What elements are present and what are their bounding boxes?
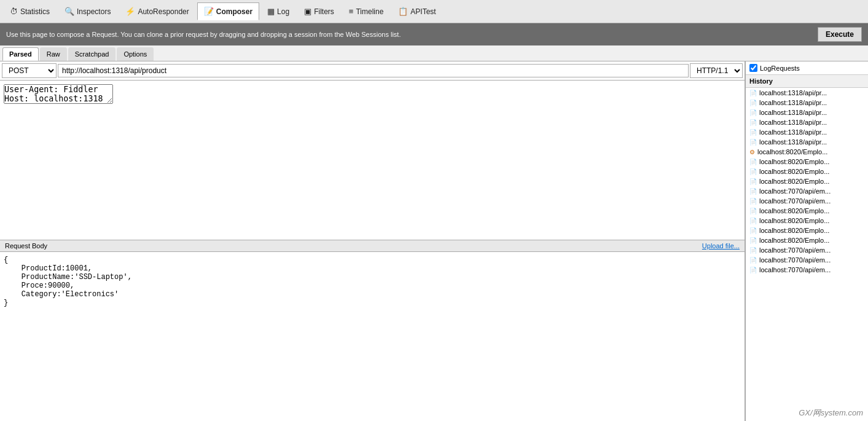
sub-tabs: ParsedRawScratchpadOptions — [0, 45, 868, 61]
inspectors-icon: 🔍 — [65, 7, 74, 16]
history-label: History — [746, 75, 868, 88]
history-item-icon: 📄 — [749, 227, 757, 234]
statistics-icon: ⏱ — [10, 7, 18, 16]
info-message: Use this page to compose a Request. You … — [6, 31, 401, 38]
history-item-icon: 📄 — [749, 100, 757, 106]
history-item-icon: 📄 — [749, 208, 757, 214]
apitest-icon: 📋 — [398, 7, 408, 16]
headers-textarea[interactable] — [4, 84, 113, 104]
nav-tab-inspectors[interactable]: 🔍Inspectors — [58, 2, 117, 20]
history-item-text: localhost:7070/api/em... — [759, 266, 831, 273]
history-item-text: localhost:1318/api/pr... — [759, 89, 827, 96]
history-item[interactable]: 📄localhost:8020/Emplo... — [746, 157, 868, 167]
history-item-text: localhost:1318/api/pr... — [759, 138, 827, 146]
nav-tab-label-autoresponder: AutoResponder — [138, 7, 189, 16]
nav-tab-label-inspectors: Inspectors — [77, 7, 111, 16]
history-item[interactable]: 📄localhost:7070/api/em... — [746, 186, 868, 196]
history-item-icon: 📄 — [749, 188, 757, 195]
history-item-icon: 📄 — [749, 237, 757, 244]
history-item-icon: 📄 — [749, 119, 757, 126]
history-item-text: localhost:1318/api/pr... — [759, 109, 827, 116]
protocol-select[interactable]: HTTP/1.1HTTP/2 — [690, 63, 743, 78]
history-item[interactable]: 📄localhost:1318/api/pr... — [746, 108, 868, 117]
history-item-icon: 📄 — [749, 168, 757, 175]
history-item[interactable]: 📄localhost:8020/Emplo... — [746, 206, 868, 216]
sub-tab-options[interactable]: Options — [117, 47, 154, 61]
composer-icon: 📝 — [204, 7, 214, 16]
history-item-text: localhost:8020/Emplo... — [759, 237, 829, 244]
history-item-text: localhost:8020/Emplo... — [759, 207, 829, 214]
history-item[interactable]: 📄localhost:7070/api/em... — [746, 196, 868, 206]
nav-tab-label-timeline: Timeline — [356, 7, 383, 16]
url-bar: GETPOSTPUTDELETEPATCHHEADOPTIONS HTTP/1.… — [0, 61, 745, 81]
history-item-text: localhost:1318/api/pr... — [759, 99, 827, 106]
history-item-icon: 📄 — [749, 257, 757, 264]
history-item-text: localhost:8020/Emplo... — [759, 158, 829, 165]
upload-file-link[interactable]: Upload file... — [702, 242, 740, 250]
sub-tab-raw[interactable]: Raw — [40, 47, 67, 61]
nav-tab-statistics[interactable]: ⏱Statistics — [3, 2, 57, 20]
history-item[interactable]: 📄localhost:8020/Emplo... — [746, 226, 868, 235]
history-item-text: localhost:7070/api/em... — [759, 256, 831, 264]
nav-tab-autoresponder[interactable]: ⚡AutoResponder — [119, 2, 195, 20]
left-panel: GETPOSTPUTDELETEPATCHHEADOPTIONS HTTP/1.… — [0, 61, 745, 421]
history-item-text: localhost:8020/Emplo... — [759, 178, 829, 185]
autoresponder-icon: ⚡ — [125, 7, 135, 16]
history-item-text: localhost:8020/Emplo... — [759, 217, 829, 224]
filters-icon: ▣ — [304, 7, 311, 16]
sub-tab-parsed[interactable]: Parsed — [2, 47, 39, 61]
history-item-icon: ⚙ — [749, 149, 755, 155]
history-item[interactable]: 📄localhost:1318/api/pr... — [746, 127, 868, 137]
history-item[interactable]: 📄localhost:1318/api/pr... — [746, 88, 868, 98]
history-item[interactable]: 📄localhost:1318/api/pr... — [746, 117, 868, 127]
log-requests-checkbox[interactable] — [749, 64, 757, 72]
nav-tab-apitest[interactable]: 📋APITest — [391, 2, 442, 20]
headers-area — [0, 81, 745, 240]
history-item-text: localhost:8020/Emplo... — [757, 148, 827, 155]
history-item[interactable]: 📄localhost:7070/api/em... — [746, 245, 868, 255]
nav-tab-label-statistics: Statistics — [20, 7, 50, 16]
nav-tab-timeline[interactable]: ≡Timeline — [342, 2, 391, 20]
history-item-icon: 📄 — [749, 218, 757, 224]
history-item[interactable]: 📄localhost:7070/api/em... — [746, 265, 868, 275]
body-textarea[interactable] — [0, 252, 745, 421]
history-item[interactable]: 📄localhost:8020/Emplo... — [746, 176, 868, 186]
history-item-icon: 📄 — [749, 178, 757, 185]
nav-tab-composer[interactable]: 📝Composer — [197, 2, 259, 20]
history-item-icon: 📄 — [749, 247, 757, 254]
history-item-icon: 📄 — [749, 159, 757, 165]
sub-tab-scratchpad[interactable]: Scratchpad — [68, 47, 116, 61]
history-item[interactable]: 📄localhost:1318/api/pr... — [746, 137, 868, 147]
history-item-text: localhost:8020/Emplo... — [759, 168, 829, 175]
body-section: Request Body Upload file... — [0, 240, 745, 421]
method-select[interactable]: GETPOSTPUTDELETEPATCHHEADOPTIONS — [2, 63, 57, 78]
history-item[interactable]: 📄localhost:7070/api/em... — [746, 255, 868, 265]
history-item-text: localhost:7070/api/em... — [759, 187, 831, 195]
nav-tab-filters[interactable]: ▣Filters — [297, 2, 341, 20]
history-item-text: localhost:1318/api/pr... — [759, 128, 827, 136]
nav-tab-log[interactable]: ▦Log — [260, 2, 296, 20]
history-item[interactable]: 📄localhost:1318/api/pr... — [746, 98, 868, 108]
main-content: GETPOSTPUTDELETEPATCHHEADOPTIONS HTTP/1.… — [0, 61, 868, 421]
history-item-icon: 📄 — [749, 198, 757, 205]
execute-button[interactable]: Execute — [818, 27, 862, 42]
top-nav-bar: ⏱Statistics🔍Inspectors⚡AutoResponder📝Com… — [0, 0, 868, 23]
history-item[interactable]: 📄localhost:8020/Emplo... — [746, 235, 868, 245]
timeline-icon: ≡ — [349, 7, 354, 16]
history-item-icon: 📄 — [749, 139, 757, 146]
log-requests-row: LogRequests — [746, 61, 868, 75]
url-input[interactable] — [58, 64, 689, 77]
body-header: Request Body Upload file... — [0, 240, 745, 252]
history-item-text: localhost:8020/Emplo... — [759, 227, 829, 234]
nav-tab-label-filters: Filters — [314, 7, 334, 16]
history-item[interactable]: 📄localhost:8020/Emplo... — [746, 167, 868, 176]
history-item[interactable]: 📄localhost:8020/Emplo... — [746, 216, 868, 226]
history-item-text: localhost:1318/api/pr... — [759, 119, 827, 126]
history-item-icon: 📄 — [749, 109, 757, 116]
nav-tab-label-apitest: APITest — [410, 7, 436, 16]
history-item-text: localhost:7070/api/em... — [759, 246, 831, 254]
history-item[interactable]: ⚙localhost:8020/Emplo... — [746, 147, 868, 157]
log-icon: ▦ — [267, 7, 275, 16]
history-list: 📄localhost:1318/api/pr...📄localhost:1318… — [746, 88, 868, 421]
log-requests-label[interactable]: LogRequests — [760, 65, 800, 72]
